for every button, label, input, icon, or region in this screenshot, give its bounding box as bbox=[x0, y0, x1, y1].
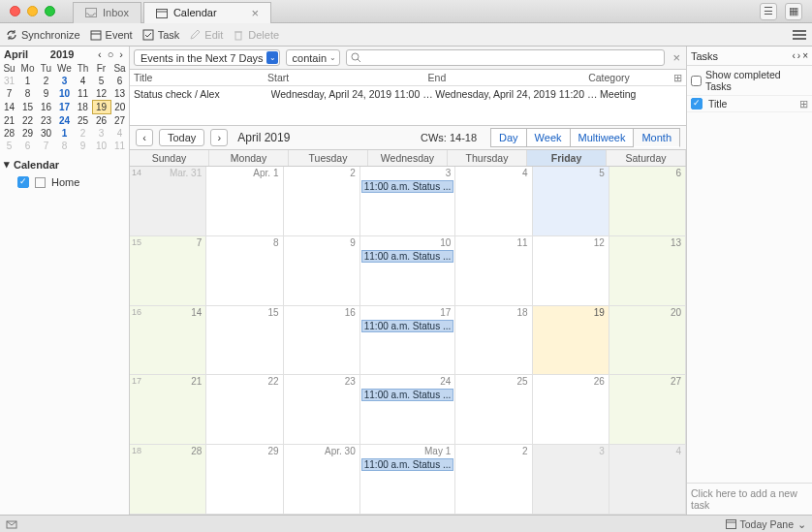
minical-day[interactable]: 28 bbox=[0, 127, 18, 140]
search-input[interactable] bbox=[365, 52, 661, 64]
delete-button[interactable]: Delete bbox=[233, 29, 279, 41]
minical-day[interactable]: 21 bbox=[0, 114, 18, 128]
minical-day[interactable]: 20 bbox=[110, 101, 129, 114]
mini-calendar[interactable]: SuMoTuWeThFrSa 3112345678910111213141516… bbox=[0, 62, 129, 152]
day-cell[interactable]: 14 bbox=[130, 306, 206, 376]
column-options-icon[interactable]: ⊞ bbox=[669, 72, 682, 83]
minical-day[interactable]: 11 bbox=[74, 87, 92, 101]
minimize-window[interactable] bbox=[27, 6, 38, 16]
day-cell[interactable]: 26 bbox=[533, 375, 609, 445]
day-cell[interactable]: 29 bbox=[206, 445, 283, 515]
filter-range[interactable]: Events in the Next 7 Days ⌄ bbox=[134, 49, 280, 66]
day-cell[interactable]: 25 bbox=[455, 375, 532, 445]
minical-day[interactable]: 15 bbox=[18, 101, 37, 114]
tasks-prev[interactable]: ‹ bbox=[792, 50, 795, 61]
minical-day[interactable]: 6 bbox=[18, 140, 37, 152]
minical-day[interactable]: 22 bbox=[18, 114, 37, 128]
day-cell[interactable]: 6 bbox=[609, 167, 686, 236]
day-cell[interactable]: 311:00 a.m. Status ... bbox=[360, 167, 456, 236]
notifications-icon[interactable]: ☰ bbox=[760, 3, 777, 20]
day-cell[interactable]: May 111:00 a.m. Status ... bbox=[360, 445, 456, 515]
tasks-close-icon[interactable]: × bbox=[802, 50, 808, 61]
day-cell[interactable]: Mar. 31 bbox=[130, 167, 206, 236]
view-day[interactable]: Day bbox=[490, 128, 527, 147]
calendar-list-heading[interactable]: ▾ Calendar bbox=[4, 158, 125, 171]
view-month[interactable]: Month bbox=[634, 128, 680, 147]
day-cell[interactable]: 5 bbox=[533, 167, 609, 236]
calendar-event[interactable]: 11:00 a.m. Status ... bbox=[361, 180, 454, 193]
minical-day[interactable]: 10 bbox=[92, 140, 110, 152]
view-multiweek[interactable]: Multiweek bbox=[571, 128, 635, 147]
day-cell[interactable]: Apr. 1 bbox=[206, 167, 283, 236]
tab-calendar[interactable]: Calendar × bbox=[143, 2, 271, 23]
tasks-col-options-icon[interactable]: ⊞ bbox=[799, 98, 808, 110]
minical-day[interactable]: 13 bbox=[110, 87, 129, 101]
today-button[interactable]: Today bbox=[159, 129, 204, 146]
minical-day[interactable]: 3 bbox=[92, 127, 110, 140]
today-pane-toggle[interactable]: Today Pane ⌄ bbox=[726, 518, 806, 530]
minical-day[interactable]: 8 bbox=[18, 87, 37, 101]
day-cell[interactable]: 2 bbox=[284, 167, 360, 236]
day-cell[interactable]: 23 bbox=[284, 375, 360, 445]
minical-day[interactable]: 27 bbox=[110, 114, 129, 128]
day-cell[interactable]: Apr. 30 bbox=[284, 445, 360, 515]
clear-filter-icon[interactable]: × bbox=[671, 50, 682, 65]
calendar-event[interactable]: 11:00 a.m. Status ... bbox=[361, 458, 454, 471]
minical-day[interactable]: 14 bbox=[0, 101, 18, 114]
minical-day[interactable]: 18 bbox=[74, 101, 92, 114]
synchronize-button[interactable]: Synchronize bbox=[6, 29, 80, 41]
day-cell[interactable]: 7 bbox=[130, 236, 206, 306]
day-cell[interactable]: 19 bbox=[533, 306, 609, 376]
day-cell[interactable]: 20 bbox=[609, 306, 686, 376]
day-cell[interactable]: 16 bbox=[284, 306, 360, 376]
maximize-window[interactable] bbox=[45, 6, 55, 16]
task-filter-checkbox[interactable] bbox=[691, 98, 703, 110]
calendar-event[interactable]: 11:00 a.m. Status ... bbox=[361, 250, 454, 263]
day-cell[interactable]: 3 bbox=[533, 445, 609, 515]
tasks-next[interactable]: › bbox=[797, 50, 800, 61]
minical-day[interactable]: 8 bbox=[55, 140, 74, 152]
day-cell[interactable]: 21 bbox=[130, 375, 206, 445]
minical-day[interactable]: 10 bbox=[55, 87, 74, 101]
prev-month-button[interactable]: ‹ bbox=[136, 129, 153, 146]
day-cell[interactable]: 28 bbox=[130, 445, 206, 515]
event-list-row[interactable]: Status check / AlexWednesday, April 24, … bbox=[130, 86, 686, 102]
minical-day[interactable]: 9 bbox=[37, 87, 55, 101]
col-start[interactable]: Start bbox=[267, 72, 428, 83]
day-cell[interactable]: 2 bbox=[455, 445, 532, 515]
minical-day[interactable]: 4 bbox=[74, 75, 92, 87]
day-cell[interactable]: 2411:00 a.m. Status ... bbox=[360, 375, 456, 445]
day-cell[interactable]: 27 bbox=[609, 375, 686, 445]
day-cell[interactable]: 15 bbox=[206, 306, 283, 376]
day-cell[interactable]: 4 bbox=[455, 167, 532, 236]
minical-day[interactable]: 4 bbox=[110, 127, 129, 140]
minical-day[interactable]: 23 bbox=[37, 114, 55, 128]
close-tab-icon[interactable]: × bbox=[252, 6, 260, 20]
minical-day[interactable]: 3 bbox=[55, 75, 74, 87]
minical-day[interactable]: 9 bbox=[74, 140, 92, 152]
day-cell[interactable]: 11 bbox=[455, 236, 532, 306]
tasks-col-title[interactable]: Title bbox=[708, 98, 727, 110]
search-box[interactable] bbox=[346, 49, 666, 66]
view-week[interactable]: Week bbox=[527, 128, 571, 147]
minical-day[interactable]: 6 bbox=[110, 75, 129, 87]
day-cell[interactable]: 1711:00 a.m. Status ... bbox=[360, 306, 456, 376]
new-event-button[interactable]: Event bbox=[90, 29, 133, 41]
day-cell[interactable]: 12 bbox=[533, 236, 609, 306]
minical-next[interactable]: › bbox=[117, 48, 125, 60]
minical-day[interactable]: 26 bbox=[92, 114, 110, 128]
day-cell[interactable]: 9 bbox=[284, 236, 360, 306]
calendar-event[interactable]: 11:00 a.m. Status ... bbox=[361, 389, 454, 401]
day-cell[interactable]: 22 bbox=[206, 375, 283, 445]
col-category[interactable]: Category bbox=[588, 72, 669, 83]
minical-day[interactable]: 16 bbox=[37, 101, 55, 114]
col-title[interactable]: Title bbox=[134, 72, 267, 83]
day-cell[interactable]: 18 bbox=[455, 306, 532, 376]
minical-day[interactable]: 29 bbox=[18, 127, 37, 140]
minical-day[interactable]: 31 bbox=[0, 75, 18, 87]
minical-day[interactable]: 1 bbox=[18, 75, 37, 87]
panel-icon[interactable]: ▦ bbox=[785, 3, 802, 20]
minical-day[interactable]: 2 bbox=[74, 127, 92, 140]
show-completed-checkbox[interactable] bbox=[691, 76, 702, 86]
new-task-button[interactable]: Task bbox=[142, 29, 180, 41]
